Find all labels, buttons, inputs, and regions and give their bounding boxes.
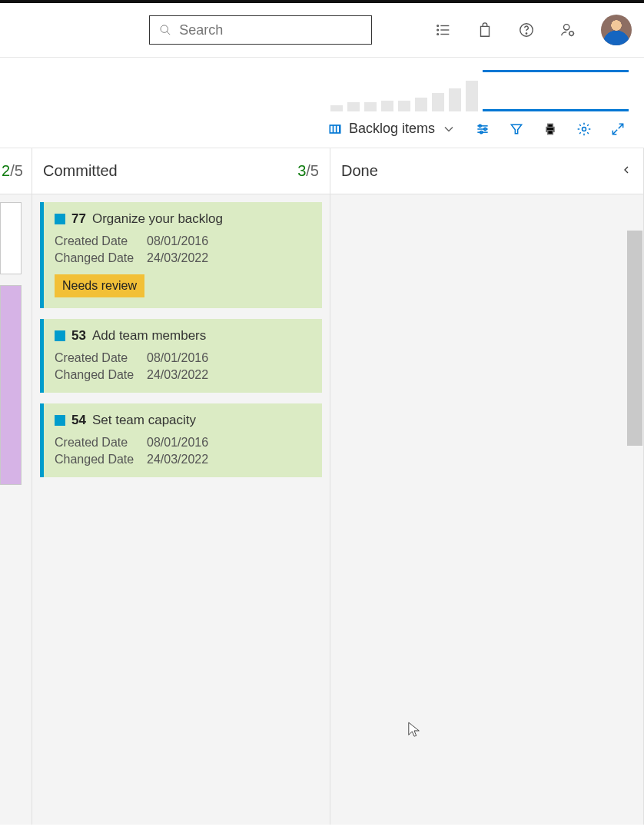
tag-needs-review[interactable]: Needs review [55, 274, 144, 297]
column-committed-header: Committed 3/5 [32, 148, 330, 194]
work-item-title: Organize your backlog [92, 211, 223, 227]
svg-point-26 [583, 127, 586, 131]
collapse-column-button[interactable] [620, 162, 632, 180]
created-label: Created Date [55, 351, 147, 365]
work-item-icon [55, 330, 65, 341]
view-selector[interactable]: Backlog items [327, 121, 456, 137]
search-icon [159, 23, 171, 37]
settings-sliders-icon[interactable] [475, 121, 490, 137]
created-value: 08/01/2016 [147, 234, 311, 248]
work-item-id: 53 [71, 328, 86, 344]
svg-rect-14 [334, 125, 336, 131]
count: 3/5 [297, 162, 319, 180]
column-previous: 2/5 [0, 148, 32, 825]
column-done-header: Done [330, 148, 643, 194]
svg-line-28 [612, 129, 617, 134]
avatar-image [601, 15, 632, 45]
work-item-card[interactable]: 53 Add team members Created Date 08/01/2… [40, 319, 322, 393]
kanban-board: 2/5 Committed 3/5 77 Organize your backl… [0, 148, 644, 825]
changed-value: 24/03/2022 [147, 453, 311, 466]
shopping-bag-icon[interactable] [476, 22, 493, 38]
svg-point-5 [437, 25, 439, 27]
user-settings-icon[interactable] [559, 22, 576, 38]
svg-rect-13 [330, 125, 333, 131]
column-title: Done [341, 162, 378, 180]
svg-rect-25 [548, 130, 553, 134]
board-icon [327, 121, 343, 137]
chevron-down-icon [441, 121, 456, 137]
svg-rect-15 [337, 125, 339, 131]
svg-point-6 [437, 29, 439, 31]
work-item-card[interactable]: 77 Organize your backlog Created Date 08… [40, 202, 322, 308]
changed-label: Changed Date [55, 251, 147, 265]
created-value: 08/01/2016 [147, 436, 311, 450]
count: 2/5 [2, 162, 23, 180]
gear-icon[interactable] [576, 121, 592, 137]
svg-point-0 [161, 25, 168, 32]
filter-icon[interactable] [509, 121, 524, 137]
svg-point-9 [526, 33, 526, 34]
svg-rect-24 [548, 124, 553, 127]
vertical-scrollbar[interactable] [627, 231, 642, 446]
board-toolbar: Backlog items [0, 111, 644, 148]
column-title: Committed [43, 162, 118, 180]
top-bar [0, 0, 644, 58]
created-label: Created Date [55, 436, 147, 450]
burndown-chart[interactable] [483, 70, 629, 111]
search-box[interactable] [149, 15, 372, 45]
work-item-card[interactable]: 54 Set team capacity Created Date 08/01/… [40, 403, 322, 477]
svg-point-7 [437, 34, 439, 35]
work-item-id: 77 [71, 211, 86, 227]
card-peek[interactable] [0, 202, 22, 274]
top-icons [435, 15, 632, 45]
bar-chart[interactable] [330, 70, 478, 111]
work-item-icon [55, 415, 65, 426]
changed-label: Changed Date [55, 368, 147, 382]
created-value: 08/01/2016 [147, 351, 311, 365]
mouse-cursor-icon [407, 721, 421, 739]
changed-label: Changed Date [55, 453, 147, 466]
work-item-id: 54 [71, 413, 86, 428]
avatar[interactable] [601, 15, 632, 45]
created-label: Created Date [55, 234, 147, 248]
changed-value: 24/03/2022 [147, 368, 311, 382]
work-item-icon [55, 214, 65, 224]
view-label: Backlog items [349, 121, 435, 137]
column-previous-header: 2/5 [0, 148, 32, 194]
help-icon[interactable] [518, 22, 535, 38]
svg-line-1 [167, 32, 170, 35]
changed-value: 24/03/2022 [147, 251, 311, 265]
print-icon[interactable] [543, 121, 558, 137]
card-peek-purple[interactable] [0, 285, 22, 485]
column-done: Done [330, 148, 644, 825]
column-committed: Committed 3/5 77 Organize your backlog C… [32, 148, 330, 825]
chart-row [0, 58, 644, 111]
work-item-title: Set team capacity [92, 413, 196, 428]
card-list: 77 Organize your backlog Created Date 08… [32, 194, 330, 485]
fullscreen-icon[interactable] [610, 121, 626, 137]
svg-line-27 [619, 124, 623, 128]
search-input[interactable] [179, 22, 362, 38]
svg-marker-22 [511, 124, 521, 134]
list-icon[interactable] [435, 22, 452, 38]
work-item-title: Add team members [92, 328, 206, 344]
svg-point-10 [564, 25, 569, 30]
